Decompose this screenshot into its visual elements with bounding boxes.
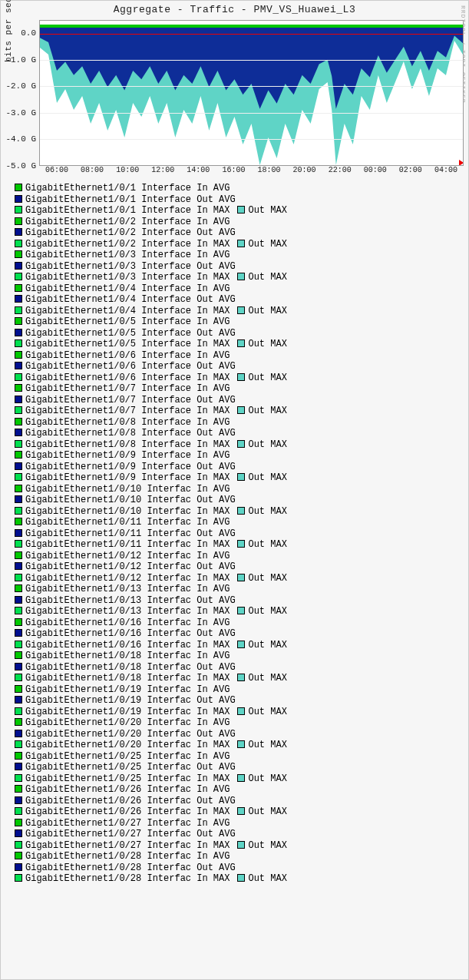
legend-label: Out MAX bbox=[248, 773, 286, 784]
legend-label: GigabitEthernet1/0/5 Interface In MAX bbox=[25, 339, 230, 349]
legend-swatch bbox=[15, 351, 22, 359]
legend-label: GigabitEthernet1/0/26 Interfac Out AVG bbox=[25, 796, 236, 806]
legend-label: GigabitEthernet1/0/25 Interfac Out AVG bbox=[25, 762, 236, 773]
legend-row: GigabitEthernet1/0/26 Interfac In AVG bbox=[15, 784, 464, 796]
legend-swatch bbox=[15, 807, 22, 815]
legend-swatch bbox=[15, 396, 22, 403]
legend-row: GigabitEthernet1/0/1 Interface In MAXOut… bbox=[15, 205, 464, 217]
legend-row: GigabitEthernet1/0/12 Interfac In MAXOut… bbox=[15, 573, 464, 584]
legend-label: Out MAX bbox=[248, 205, 286, 216]
legend-row: GigabitEthernet1/0/2 Interface In AVG bbox=[15, 217, 464, 228]
legend-row: GigabitEthernet1/0/5 Interface Out AVG bbox=[15, 328, 464, 339]
legend-label: GigabitEthernet1/0/28 Interfac In MAX bbox=[25, 873, 230, 884]
legend-swatch bbox=[15, 651, 22, 659]
legend-label: GigabitEthernet1/0/4 Interface In AVG bbox=[25, 283, 230, 294]
legend-label: GigabitEthernet1/0/2 Interface In AVG bbox=[25, 217, 230, 227]
legend-row: GigabitEthernet1/0/28 Interfac In MAXOut… bbox=[15, 873, 464, 885]
legend-label: GigabitEthernet1/0/27 Interfac In AVG bbox=[25, 818, 230, 829]
legend-label: GigabitEthernet1/0/28 Interfac In AVG bbox=[25, 851, 230, 862]
legend-label: GigabitEthernet1/0/20 Interfac Out AVG bbox=[25, 729, 236, 740]
legend-row: GigabitEthernet1/0/3 Interface In MAXOut… bbox=[15, 272, 464, 283]
legend-row: GigabitEthernet1/0/6 Interface Out AVG bbox=[15, 361, 464, 372]
legend-swatch bbox=[15, 362, 22, 369]
legend-label: Out MAX bbox=[248, 606, 286, 617]
legend-row: GigabitEthernet1/0/4 Interface Out AVG bbox=[15, 294, 464, 306]
legend-label: GigabitEthernet1/0/5 Interface Out AVG bbox=[25, 328, 236, 339]
legend-label: Out MAX bbox=[248, 439, 286, 450]
legend-label: GigabitEthernet1/0/8 Interface In MAX bbox=[25, 439, 230, 450]
x-tick-label: 16:00 bbox=[222, 166, 245, 174]
legend-label: Out MAX bbox=[248, 806, 286, 817]
legend-row: GigabitEthernet1/0/25 Interfac In MAXOut… bbox=[15, 773, 464, 785]
legend-row: GigabitEthernet1/0/1 Interface Out AVG bbox=[15, 194, 464, 206]
legend-label: GigabitEthernet1/0/9 Interface In AVG bbox=[25, 450, 230, 461]
legend-swatch bbox=[15, 663, 22, 670]
legend-swatch bbox=[15, 685, 22, 693]
legend-row: GigabitEthernet1/0/1 Interface In AVG bbox=[15, 183, 464, 194]
legend-row: GigabitEthernet1/0/20 Interfac In AVG bbox=[15, 717, 464, 729]
legend-swatch bbox=[15, 529, 22, 537]
x-axis-arrow-icon bbox=[459, 160, 464, 166]
legend-label: GigabitEthernet1/0/18 Interfac Out AVG bbox=[25, 662, 236, 673]
x-tick-label: 00:00 bbox=[364, 166, 387, 174]
legend-row: GigabitEthernet1/0/5 Interface In AVG bbox=[15, 316, 464, 328]
legend-row: GigabitEthernet1/0/28 Interfac In AVG bbox=[15, 851, 464, 862]
gridline bbox=[40, 139, 463, 140]
legend-swatch bbox=[15, 763, 22, 770]
y-tick-label: -3.0 G bbox=[5, 108, 36, 118]
legend-row: GigabitEthernet1/0/2 Interface Out AVG bbox=[15, 227, 464, 239]
legend-label: GigabitEthernet1/0/6 Interface Out AVG bbox=[25, 361, 236, 372]
legend-row: GigabitEthernet1/0/25 Interfac Out AVG bbox=[15, 762, 464, 773]
legend-label: GigabitEthernet1/0/9 Interface Out AVG bbox=[25, 462, 236, 472]
legend-swatch bbox=[15, 785, 22, 793]
legend-label: Out MAX bbox=[248, 573, 286, 584]
legend-row: GigabitEthernet1/0/8 Interface In MAXOut… bbox=[15, 439, 464, 451]
legend-row: GigabitEthernet1/0/4 Interface In AVG bbox=[15, 283, 464, 295]
plot-box bbox=[39, 20, 464, 166]
legend-row: GigabitEthernet1/0/9 Interface Out AVG bbox=[15, 462, 464, 473]
legend-row: GigabitEthernet1/0/10 Interfac In AVG bbox=[15, 484, 464, 495]
legend-swatch bbox=[15, 306, 22, 314]
legend-row: GigabitEthernet1/0/8 Interface In AVG bbox=[15, 417, 464, 429]
legend-label: Out MAX bbox=[248, 539, 286, 550]
legend-row: GigabitEthernet1/0/3 Interface Out AVG bbox=[15, 261, 464, 273]
legend-label: GigabitEthernet1/0/11 Interfac In AVG bbox=[25, 517, 230, 528]
legend-row: GigabitEthernet1/0/19 Interfac In MAXOut… bbox=[15, 707, 464, 718]
legend-label: GigabitEthernet1/0/5 Interface In AVG bbox=[25, 316, 230, 327]
legend-label: Out MAX bbox=[248, 472, 286, 483]
legend-swatch bbox=[15, 574, 22, 581]
legend-swatch bbox=[237, 273, 245, 280]
y-tick-label: -5.0 G bbox=[5, 161, 36, 171]
legend-swatch bbox=[15, 451, 22, 459]
legend-label: GigabitEthernet1/0/27 Interfac In MAX bbox=[25, 840, 230, 851]
legend-label: GigabitEthernet1/0/4 Interface Out AVG bbox=[25, 294, 236, 305]
legend-row: GigabitEthernet1/0/6 Interface In AVG bbox=[15, 350, 464, 362]
legend-label: GigabitEthernet1/0/7 Interface Out AVG bbox=[25, 395, 236, 406]
legend-swatch bbox=[15, 228, 22, 236]
legend-label: Out MAX bbox=[248, 306, 286, 316]
gridline bbox=[40, 86, 463, 87]
rrdtool-graph: Aggregate - Traffic - PMV_VS_Huawei_L3 R… bbox=[0, 0, 469, 980]
legend-label: GigabitEthernet1/0/1 Interface In MAX bbox=[25, 205, 230, 216]
legend-label: GigabitEthernet1/0/16 Interfac In MAX bbox=[25, 640, 230, 651]
legend-swatch bbox=[237, 306, 245, 314]
legend-row: GigabitEthernet1/0/20 Interfac In MAXOut… bbox=[15, 740, 464, 751]
x-tick-label: 08:00 bbox=[81, 166, 104, 174]
legend-label: GigabitEthernet1/0/11 Interfac In MAX bbox=[25, 539, 230, 550]
legend-label: GigabitEthernet1/0/16 Interfac In AVG bbox=[25, 617, 230, 628]
legend-swatch bbox=[237, 674, 245, 681]
legend-swatch bbox=[15, 740, 22, 748]
legend-swatch bbox=[15, 551, 22, 559]
legend-swatch bbox=[15, 629, 22, 637]
x-tick-label: 14:00 bbox=[187, 166, 210, 174]
legend-swatch bbox=[15, 796, 22, 804]
area-in-avg bbox=[40, 25, 463, 28]
y-tick-label: -2.0 G bbox=[5, 81, 36, 91]
x-tick-label: 06:00 bbox=[45, 166, 68, 174]
legend-swatch bbox=[237, 607, 245, 614]
legend-label: GigabitEthernet1/0/3 Interface In MAX bbox=[25, 272, 230, 283]
legend-label: GigabitEthernet1/0/12 Interfac Out AVG bbox=[25, 561, 236, 572]
legend-swatch bbox=[237, 641, 245, 648]
legend-row: GigabitEthernet1/0/2 Interface In MAXOut… bbox=[15, 239, 464, 250]
legend-row: GigabitEthernet1/0/7 Interface Out AVG bbox=[15, 395, 464, 406]
